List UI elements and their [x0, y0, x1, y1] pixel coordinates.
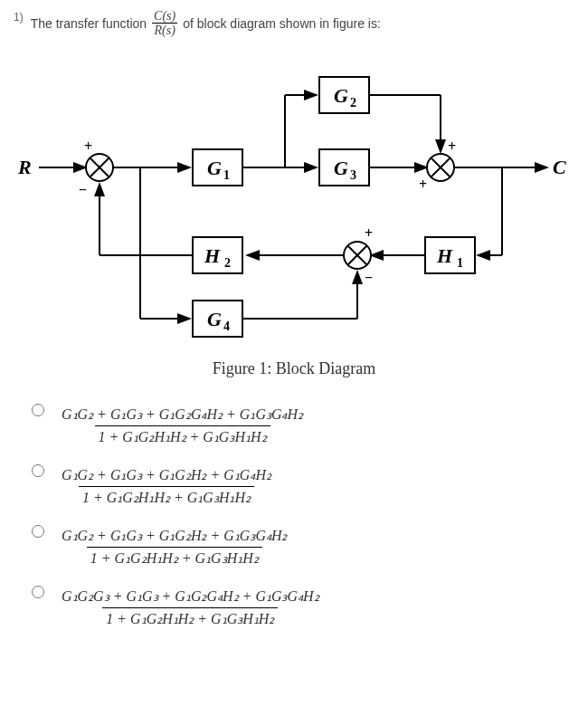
transfer-fraction: C(s) R(s): [152, 9, 177, 38]
option-4: G₁G₂G₃ + G₁G₃ + G₁G₂G₄H₂ + G₁G₃G₄H₂ 1 + …: [27, 587, 574, 628]
fraction-denominator: R(s): [152, 23, 176, 37]
label-G1: G: [207, 157, 222, 179]
sign-plus-2a: +: [448, 138, 456, 154]
question-header: 1) The transfer function C(s) R(s) of bl…: [14, 9, 574, 38]
option-4-num: G₁G₂G₃ + G₁G₃ + G₁G₂G₄H₂ + G₁G₃G₄H₂: [58, 587, 323, 607]
label-H2: H: [204, 244, 221, 267]
option-4-den: 1 + G₁G₂H₁H₂ + G₁G₃H₁H₂: [102, 607, 278, 628]
label-H2-sub: 2: [224, 256, 231, 270]
option-1-num: G₁G₂ + G₁G₃ + G₁G₂G₄H₂ + G₁G₃G₄H₂: [58, 406, 307, 425]
diagram-caption: Figure 1: Block Diagram: [14, 359, 574, 378]
label-G2: G: [334, 84, 348, 107]
option-2-den: 1 + G₁G₂H₁H₂ + G₁G₃H₁H₂: [79, 486, 254, 507]
label-G3-sub: 3: [350, 168, 356, 182]
sign-minus-3: −: [365, 270, 373, 285]
label-H1-sub: 1: [457, 256, 463, 270]
option-4-radio[interactable]: [32, 586, 44, 598]
label-G4: G: [207, 308, 222, 330]
question-number: 1): [14, 11, 24, 24]
label-G1-sub: 1: [223, 168, 230, 182]
sign-plus-3: +: [365, 225, 373, 241]
option-4-formula: G₁G₂G₃ + G₁G₃ + G₁G₂G₄H₂ + G₁G₃G₄H₂ 1 + …: [58, 587, 323, 628]
question-text: The transfer function C(s) R(s) of block…: [31, 9, 381, 38]
option-1-radio[interactable]: [32, 404, 44, 416]
option-3: G₁G₂ + G₁G₃ + G₁G₂H₂ + G₁G₃G₄H₂ 1 + G₁G₂…: [27, 527, 574, 568]
block-diagram: .blk { fill:#fff; stroke:#000; stroke-wi…: [14, 52, 570, 341]
label-G3: G: [334, 157, 348, 179]
answer-options: G₁G₂ + G₁G₃ + G₁G₂G₄H₂ + G₁G₃G₄H₂ 1 + G₁…: [27, 406, 574, 628]
label-G4-sub: 4: [223, 320, 230, 333]
question-text-post: of block diagram shown in figure is:: [183, 16, 381, 31]
option-2-num: G₁G₂ + G₁G₃ + G₁G₂H₂ + G₁G₄H₂: [58, 466, 275, 486]
option-1-den: 1 + G₁G₂H₁H₂ + G₁G₃H₁H₂: [95, 425, 270, 446]
option-3-den: 1 + G₁G₂H₁H₂ + G₁G₃H₁H₂: [87, 547, 262, 568]
fraction-numerator: C(s): [152, 9, 177, 23]
option-3-formula: G₁G₂ + G₁G₃ + G₁G₂H₂ + G₁G₃G₄H₂ 1 + G₁G₂…: [58, 527, 291, 568]
option-1: G₁G₂ + G₁G₃ + G₁G₂G₄H₂ + G₁G₃G₄H₂ 1 + G₁…: [27, 406, 574, 446]
label-R: R: [17, 156, 32, 178]
diagram-svg: .blk { fill:#fff; stroke:#000; stroke-wi…: [14, 52, 570, 341]
sign-plus-1: +: [84, 138, 92, 154]
label-H1: H: [436, 244, 453, 267]
label-C: C: [553, 156, 566, 178]
option-3-num: G₁G₂ + G₁G₃ + G₁G₂H₂ + G₁G₃G₄H₂: [58, 527, 291, 547]
sign-minus-1: −: [79, 182, 87, 197]
label-G2-sub: 2: [350, 96, 356, 110]
option-1-formula: G₁G₂ + G₁G₃ + G₁G₂G₄H₂ + G₁G₃G₄H₂ 1 + G₁…: [58, 406, 307, 446]
option-2-radio[interactable]: [32, 464, 44, 477]
sign-plus-2b: +: [419, 177, 427, 192]
option-2-formula: G₁G₂ + G₁G₃ + G₁G₂H₂ + G₁G₄H₂ 1 + G₁G₂H₁…: [58, 466, 275, 507]
question-text-pre: The transfer function: [31, 16, 147, 31]
option-3-radio[interactable]: [32, 525, 44, 538]
option-2: G₁G₂ + G₁G₃ + G₁G₂H₂ + G₁G₄H₂ 1 + G₁G₂H₁…: [27, 466, 574, 507]
